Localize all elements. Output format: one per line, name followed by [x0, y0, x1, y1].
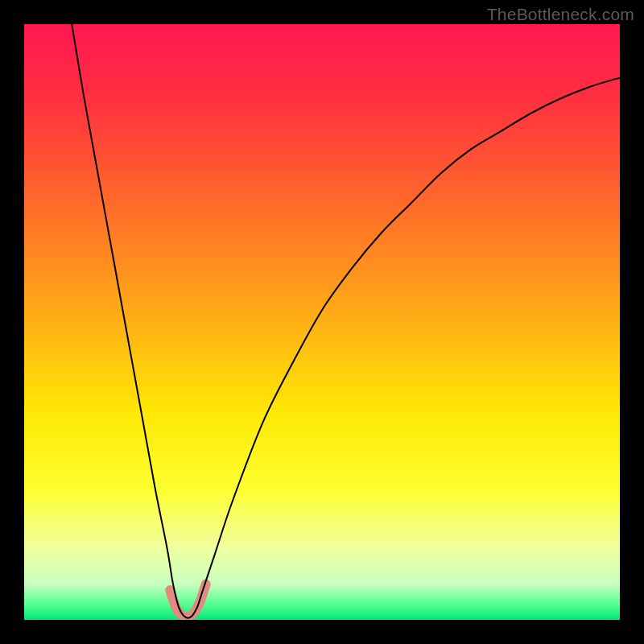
curve-layer [24, 24, 620, 620]
watermark: TheBottleneck.com [487, 5, 634, 24]
bottleneck-curve [72, 24, 620, 618]
marker-band [170, 584, 205, 617]
plot-area [24, 24, 620, 620]
